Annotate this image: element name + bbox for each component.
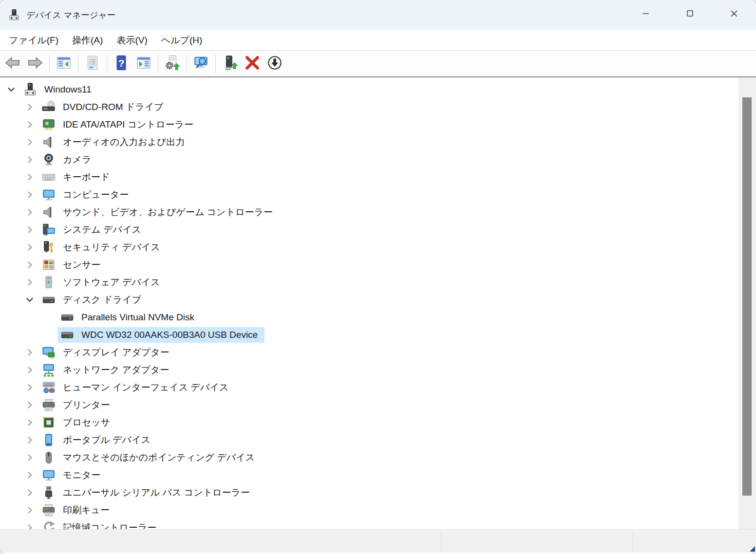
tree-item-body[interactable]: DVD/CD-ROM ドライブ — [39, 99, 170, 115]
tree-item-label: ディスク ドライブ — [63, 294, 141, 306]
tree-item-body[interactable]: ネットワーク アダプター — [39, 362, 176, 378]
menu-item-1[interactable]: 操作(A) — [65, 30, 110, 50]
maximize-button[interactable] — [675, 2, 705, 26]
tree-item-body[interactable]: モニター — [39, 467, 107, 483]
monitor-icon — [41, 467, 57, 483]
tree-item[interactable]: ポータブル デバイス — [0, 431, 738, 449]
chevron-collapsed-icon[interactable] — [20, 484, 39, 501]
chevron-collapsed-icon[interactable] — [20, 151, 39, 168]
tree-item-body[interactable]: オーディオの入力および出力 — [39, 134, 192, 150]
chevron-collapsed-icon[interactable] — [20, 501, 39, 519]
tree-item[interactable]: システム デバイス — [0, 221, 738, 239]
chevron-collapsed-icon[interactable] — [20, 168, 39, 186]
scrollbar-thumb[interactable] — [742, 97, 752, 496]
tree-item[interactable]: ディスク ドライブ — [0, 291, 738, 309]
tree-item-body[interactable]: ディスク ドライブ — [39, 292, 148, 308]
tree-item[interactable]: プロセッサ — [0, 414, 738, 431]
chevron-collapsed-icon[interactable] — [20, 519, 39, 530]
chevron-collapsed-icon[interactable] — [20, 186, 39, 203]
chevron-collapsed-icon[interactable] — [20, 344, 39, 361]
menu-item-0[interactable]: ファイル(F) — [2, 30, 65, 50]
tree-item[interactable]: オーディオの入力および出力 — [0, 133, 738, 151]
tree-item[interactable]: モニター — [0, 466, 738, 484]
show-console-tree-button[interactable] — [54, 53, 74, 74]
chevron-expanded-icon[interactable] — [2, 81, 20, 98]
chevron-collapsed-icon[interactable] — [20, 133, 39, 151]
chevron-collapsed-icon[interactable] — [20, 414, 39, 431]
tree-item-body[interactable]: センサー — [39, 257, 107, 273]
tree-item[interactable]: ソフトウェア デバイス — [0, 274, 738, 291]
tree-item-body[interactable]: ディスプレイ アダプター — [39, 345, 176, 360]
tree-item-body[interactable]: システム デバイス — [39, 222, 148, 238]
tree-item-body[interactable]: セキュリティ デバイス — [39, 240, 167, 255]
chevron-collapsed-icon[interactable] — [20, 203, 39, 221]
tree-item[interactable]: サウンド、ビデオ、およびゲーム コントローラー — [0, 203, 738, 221]
selected-tree-item[interactable]: WDC WD32 00AAKS-00B3A0 USB Device — [57, 327, 265, 343]
tree-item[interactable]: プリンター — [0, 396, 738, 414]
chevron-collapsed-icon[interactable] — [20, 274, 39, 291]
close-button[interactable] — [719, 2, 749, 26]
tree-item-body[interactable]: Windows11 — [20, 82, 98, 97]
scan-hardware-changes-button[interactable] — [191, 53, 211, 74]
tree-item-body[interactable]: キーボード — [39, 169, 116, 185]
tree-item[interactable]: 印刷キュー — [0, 501, 738, 519]
chevron-collapsed-icon[interactable] — [20, 361, 39, 379]
disable-device-button[interactable] — [265, 53, 284, 74]
chevron-collapsed-icon[interactable] — [20, 379, 39, 396]
menu-item-3[interactable]: ヘルプ(H) — [154, 30, 209, 50]
chevron-collapsed-icon[interactable] — [20, 449, 39, 466]
tree-item[interactable]: ディスプレイ アダプター — [0, 344, 738, 361]
chevron-collapsed-icon[interactable] — [20, 98, 39, 116]
uninstall-device-button[interactable] — [243, 53, 262, 74]
back-button[interactable] — [3, 53, 22, 74]
tree-item[interactable]: ヒューマン インターフェイス デバイス — [0, 379, 738, 396]
tree-item-body[interactable]: プロセッサ — [39, 415, 117, 430]
tree-item-body[interactable]: ポータブル デバイス — [39, 432, 157, 448]
chevron-collapsed-icon[interactable] — [20, 221, 39, 239]
tree-item[interactable]: マウスとそのほかのポインティング デバイス — [0, 449, 738, 466]
chevron-collapsed-icon[interactable] — [20, 116, 39, 133]
tree-item-body[interactable]: プリンター — [39, 397, 117, 413]
properties-button[interactable] — [83, 53, 102, 74]
vertical-scrollbar[interactable] — [738, 77, 756, 529]
tree-item-body[interactable]: Parallels Virtual NVMe Disk — [57, 310, 201, 325]
tree-item-body[interactable]: コンピューター — [39, 187, 135, 203]
tree-item-body[interactable]: カメラ — [39, 152, 98, 167]
tree-item[interactable]: キーボード — [0, 168, 738, 186]
forward-button[interactable] — [25, 53, 45, 74]
tree-item-body[interactable]: ユニバーサル シリアル バス コントローラー — [39, 485, 257, 500]
tree-item-body[interactable]: サウンド、ビデオ、およびゲーム コントローラー — [39, 204, 280, 220]
tree-item-body[interactable]: マウスとそのほかのポインティング デバイス — [39, 450, 262, 465]
tree-item[interactable]: IDE ATA/ATAPI コントローラー — [0, 116, 738, 133]
chevron-collapsed-icon[interactable] — [20, 256, 39, 274]
minimize-button[interactable] — [630, 2, 661, 26]
chevron-collapsed-icon[interactable] — [20, 396, 39, 414]
chevron-collapsed-icon[interactable] — [20, 239, 39, 256]
tree-item[interactable]: ユニバーサル シリアル バス コントローラー — [0, 484, 738, 501]
tree-item[interactable]: Windows11 — [0, 81, 738, 98]
tree-item-body[interactable]: 印刷キュー — [39, 502, 116, 518]
tree-item[interactable]: WDC WD32 00AAKS-00B3A0 USB Device — [0, 326, 738, 344]
tree-item-body[interactable]: ソフトウェア デバイス — [39, 275, 167, 290]
help-button[interactable]: ? — [112, 53, 131, 74]
tree-item-body[interactable]: 記憶域コントローラー — [39, 520, 163, 530]
tree-item[interactable]: 記憶域コントローラー — [0, 519, 738, 530]
tree-item[interactable]: セキュリティ デバイス — [0, 239, 738, 256]
update-driver-button[interactable] — [220, 53, 240, 74]
menu-item-2[interactable]: 表示(V) — [110, 30, 154, 50]
tree-item-body[interactable]: ヒューマン インターフェイス デバイス — [39, 380, 235, 395]
resize-grip-icon[interactable] — [750, 546, 755, 552]
tree-item[interactable]: コンピューター — [0, 186, 738, 203]
chevron-collapsed-icon[interactable] — [20, 431, 39, 449]
chevron-expanded-icon[interactable] — [20, 291, 39, 309]
tree-item[interactable]: ネットワーク アダプター — [0, 361, 738, 379]
add-drivers-button[interactable] — [163, 53, 182, 74]
tree-item[interactable]: Parallels Virtual NVMe Disk — [0, 309, 738, 326]
tree-item-label: DVD/CD-ROM ドライブ — [63, 101, 164, 113]
show-action-pane-button[interactable] — [134, 53, 153, 74]
tree-item[interactable]: カメラ — [0, 151, 738, 168]
chevron-collapsed-icon[interactable] — [20, 466, 39, 484]
tree-item[interactable]: DVD/CD-ROM ドライブ — [0, 98, 738, 116]
tree-item-body[interactable]: IDE ATA/ATAPI コントローラー — [39, 117, 200, 132]
tree-item[interactable]: センサー — [0, 256, 738, 274]
